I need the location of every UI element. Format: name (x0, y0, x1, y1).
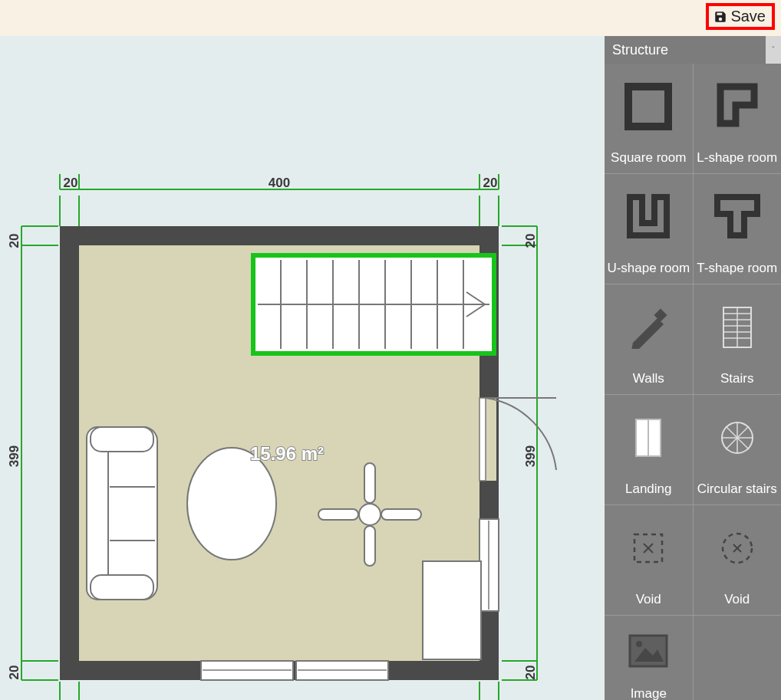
palette-void-circle[interactable]: Void (694, 505, 782, 615)
palette-stairs[interactable]: Stairs (694, 284, 782, 394)
landing-icon (634, 418, 662, 458)
t-shape-icon (711, 191, 763, 243)
svg-rect-55 (87, 427, 108, 600)
dim-top-span: 400 (269, 176, 290, 190)
window-right[interactable] (479, 519, 499, 611)
svg-point-60 (359, 504, 381, 525)
palette-square-room[interactable]: Square room (605, 64, 693, 173)
furniture-right[interactable] (423, 561, 481, 659)
pencil-icon (627, 306, 670, 349)
svg-rect-74 (628, 87, 668, 127)
stairs-object[interactable] (253, 255, 494, 353)
palette-circular-stairs[interactable]: Circular stairs (694, 395, 782, 504)
u-shape-icon (622, 191, 674, 243)
svg-rect-63 (364, 463, 375, 503)
svg-rect-56 (91, 427, 153, 452)
svg-rect-61 (318, 509, 358, 520)
dim-left-span: 399 (7, 445, 21, 467)
svg-rect-57 (91, 575, 153, 600)
dim-right-span: 399 (523, 445, 538, 467)
palette-empty (694, 616, 782, 700)
circular-stairs-icon (719, 419, 756, 456)
dim-left-top: 20 (7, 234, 21, 248)
side-panel: Structure ˇ Square room L-shape room U-s… (605, 36, 781, 700)
palette-u-shape-room[interactable]: U-shape room (605, 174, 693, 284)
save-label: Save (730, 8, 766, 25)
l-shape-icon (711, 81, 763, 133)
palette-image-background[interactable]: Image background (605, 616, 693, 700)
structure-palette: Square room L-shape room U-shape room T-… (605, 64, 781, 700)
dim-top-left: 20 (64, 176, 78, 190)
chevron-down-icon: ˇ (766, 36, 781, 64)
dim-right-top: 20 (523, 234, 538, 248)
sofa-object[interactable] (87, 427, 157, 600)
window-bottom-left[interactable] (201, 661, 293, 680)
dim-top-right: 20 (483, 176, 498, 190)
save-icon (713, 10, 727, 24)
svg-rect-66 (479, 398, 486, 481)
structure-dropdown[interactable]: Structure ˇ (605, 36, 781, 64)
top-bar: Save (0, 0, 781, 36)
room-area-label: 15.96 m² (250, 443, 324, 464)
svg-point-98 (636, 641, 642, 647)
palette-l-shape-room[interactable]: L-shape room (694, 64, 782, 173)
floorplan-canvas[interactable]: 20 400 20 20 399 20 20 399 20 20 400 20 (0, 36, 605, 700)
window-bottom-right[interactable] (296, 661, 388, 680)
square-room-icon (622, 81, 674, 133)
palette-void-square[interactable]: Void (605, 505, 693, 615)
dim-right-bottom: 20 (523, 665, 538, 680)
stairs-icon (722, 306, 753, 349)
image-icon (628, 634, 668, 668)
structure-dropdown-label: Structure (605, 42, 766, 58)
palette-walls[interactable]: Walls (605, 284, 693, 394)
save-button[interactable]: Save (706, 3, 775, 30)
void-circle-icon (719, 530, 756, 567)
dim-left-bottom: 20 (7, 665, 21, 680)
svg-rect-64 (364, 526, 375, 566)
door-object[interactable] (479, 398, 556, 481)
palette-landing[interactable]: Landing (605, 395, 693, 504)
void-square-icon (630, 530, 667, 567)
palette-t-shape-room[interactable]: T-shape room (694, 174, 782, 284)
table-object[interactable] (187, 448, 276, 560)
svg-rect-62 (381, 509, 421, 520)
